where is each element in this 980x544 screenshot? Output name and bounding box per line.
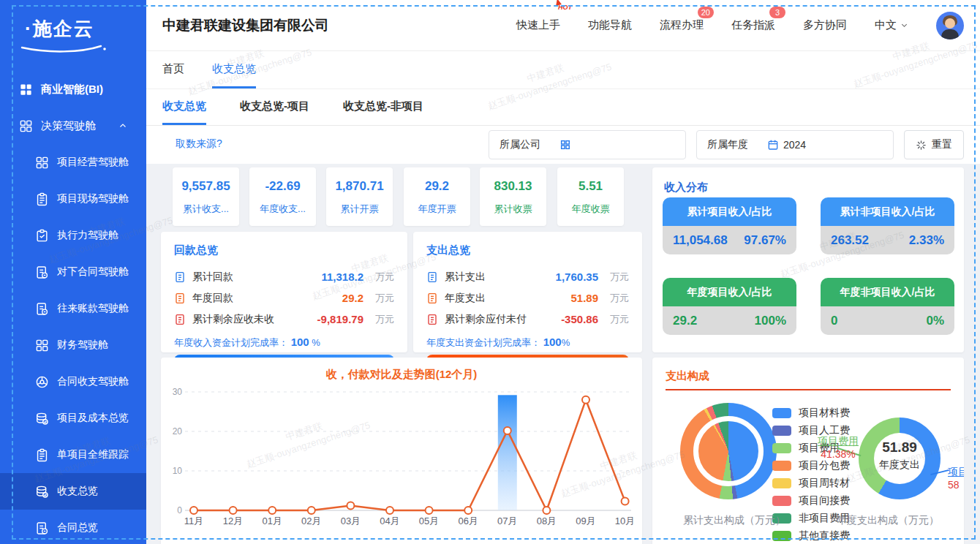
document-badge-icon [35, 521, 49, 535]
nav-label: 快速上手 [516, 18, 560, 31]
annual-donut-center: 51.89 年度支出 [859, 439, 941, 472]
sidebar-item-sub-contract[interactable]: 对下合同驾驶舱 [0, 254, 146, 290]
svg-text:09月: 09月 [576, 515, 595, 526]
sidebar-item-contract-income-expense[interactable]: 合同收支驾驶舱 [0, 363, 146, 400]
sidebar-item-project-cost-overview[interactable]: 项目及成本总览 [0, 400, 146, 437]
income-card-header: 累计非项目收入/占比 [821, 197, 954, 226]
clipboard-icon [35, 448, 49, 462]
row-label: 年度支出 [445, 292, 486, 305]
row-annual-expense: 年度支出 51.89 万元 [426, 287, 629, 309]
nav-function-guide[interactable]: 功能导航 [588, 18, 632, 32]
svg-text:08月: 08月 [537, 515, 557, 526]
stat-card-annual-received: 5.51 年度收票 [557, 167, 624, 226]
svg-text:12月: 12月 [223, 515, 243, 526]
grid-icon [35, 156, 49, 170]
row-label: 累计支出 [445, 271, 486, 284]
svg-text:05月: 05月 [419, 515, 439, 526]
year-filter-value: 2024 [783, 139, 806, 151]
sidebar-item-contract-overview[interactable]: 合同总览 [0, 510, 146, 544]
row-unit: 万元 [369, 313, 394, 326]
svg-text:10月: 10月 [615, 515, 635, 526]
row-value: -350.86 [561, 313, 598, 325]
process-count-badge: 20 [698, 7, 714, 18]
svg-text:20: 20 [173, 426, 183, 437]
document-icon [426, 314, 438, 325]
panel-divider [666, 389, 951, 390]
chevron-up-icon[interactable] [118, 121, 127, 130]
row-value: 1,760.35 [556, 271, 598, 283]
coins-icon [35, 412, 49, 426]
stat-label: 累计开票 [326, 203, 393, 216]
logo-swoosh-icon [19, 43, 107, 53]
page-tabs: 首页 收支总览 [146, 51, 980, 89]
subtab-overview-project[interactable]: 收支总览-项目 [240, 99, 309, 125]
sidebar-item-label: 合同总览 [57, 521, 98, 534]
nav-quick-start[interactable]: 快速上手 HOT [516, 18, 560, 32]
subtab-overview[interactable]: 收支总览 [162, 99, 206, 125]
chart-title: 收，付款对比及走势图(12个月) [161, 358, 642, 382]
sidebar-item-project-operation[interactable]: 项目经营驾驶舱 [0, 144, 146, 181]
panel-title: 收入分布 [652, 167, 964, 194]
sub-tabs: 收支总览 收支总览-项目 收支总览-非项目 [146, 89, 980, 126]
language-selector[interactable]: 中文 [875, 18, 908, 32]
sidebar-menu: 商业智能(BI) 决策驾驶舱 项目经营驾驶舱 项目现场驾驶舱 执行力驾驶舱 对下… [0, 71, 146, 544]
tab-income-expense-overview[interactable]: 收支总览 [212, 62, 256, 88]
sidebar-group-decision-cockpit[interactable]: 决策驾驶舱 [0, 107, 146, 144]
nav-multi-collaboration[interactable]: 多方协同 [803, 18, 847, 32]
logo-dot-icon: · [25, 18, 31, 39]
sidebar-item-single-project-tracking[interactable]: 单项目全维跟踪 [0, 437, 146, 473]
sidebar-item-finance[interactable]: 财务驾驶舱 [0, 327, 146, 363]
subtab-overview-non-project[interactable]: 收支总览-非项目 [343, 99, 423, 125]
panel-title: 回款总览 [174, 243, 394, 257]
svg-text:07月: 07月 [497, 515, 517, 526]
row-value: 11,318.2 [321, 271, 363, 283]
document-icon [426, 292, 438, 304]
income-card-annual-non-project: 年度非项目收入/占比 0 0% [821, 278, 954, 335]
avatar-face [945, 18, 955, 29]
small-grid-icon [559, 139, 571, 151]
sidebar-item-label: 往来账款驾驶舱 [57, 302, 129, 315]
data-source-link[interactable]: 取数来源? [176, 137, 222, 151]
row-value: 29.2 [342, 292, 363, 304]
sidebar-item-execution[interactable]: 执行力驾驶舱 [0, 217, 146, 254]
income-card-percent: 2.33% [909, 233, 944, 248]
sidebar-item-label: 合同收支驾驶舱 [57, 375, 129, 388]
sidebar: ·施企云 商业智能(BI) 决策驾驶舱 项目经营驾驶舱 项目现场驾驶舱 执行力驾… [0, 0, 146, 544]
reset-sparkle-icon [916, 140, 927, 151]
stat-value: 5.51 [557, 179, 624, 194]
chevron-down-icon [900, 21, 908, 29]
nav-process-handling[interactable]: 流程办理 20 [660, 18, 704, 32]
income-card-percent: 100% [755, 314, 786, 328]
sidebar-item-label: 项目现场驾驶舱 [57, 192, 129, 205]
stat-value: 830.13 [480, 179, 546, 194]
sidebar-item-label: 收支总览 [57, 485, 98, 498]
sidebar-item-current-accounts[interactable]: 往来账款驾驶舱 [0, 290, 146, 327]
stat-value: -22.69 [249, 179, 316, 194]
user-avatar[interactable] [936, 12, 964, 39]
rate-label: 年度支出资金计划完成率： [426, 337, 540, 348]
legend-item: 项目材料费 [772, 404, 850, 422]
sidebar-item-label: 商业智能(BI) [41, 83, 103, 97]
row-cumulative-collection: 累计回款 11,318.2 万元 [174, 266, 394, 287]
sidebar-item-income-expense-overview[interactable]: 收支总览 [0, 473, 146, 510]
tab-home[interactable]: 首页 [162, 62, 184, 88]
reset-button-label: 重置 [932, 138, 952, 151]
year-filter-select[interactable]: 所属年度 2024 [696, 130, 894, 159]
panel-title: 支出总览 [426, 243, 629, 257]
nav-label: 多方协同 [803, 18, 847, 31]
nav-task-assign[interactable]: 任务指派 3 [731, 18, 775, 32]
expense-composition-panel: 支出构成 51.89 年度支出 项目材料费 项目人工费 项目费用 项目分包费 项… [652, 358, 964, 544]
reset-button[interactable]: 重置 [904, 130, 964, 159]
row-value: -9,819.79 [317, 313, 363, 325]
document-badge-icon [35, 265, 49, 279]
income-card-percent: 97.67% [744, 233, 786, 248]
avatar-body [941, 29, 959, 39]
sidebar-item-business-intelligence[interactable]: 商业智能(BI) [0, 71, 146, 107]
company-filter-select[interactable]: 所属公司 [489, 130, 686, 159]
filter-bar: 取数来源? 所属公司 所属年度 2024 重置 [146, 126, 980, 164]
row-unit: 万元 [369, 292, 394, 305]
svg-text:11月: 11月 [184, 515, 204, 526]
main-area: 中建君联建设集团有限公司 快速上手 HOT 功能导航 流程办理 20 任务指派 … [146, 0, 980, 544]
row-label: 累计剩余应付未付 [445, 313, 527, 326]
sidebar-item-project-site[interactable]: 项目现场驾驶舱 [0, 181, 146, 217]
